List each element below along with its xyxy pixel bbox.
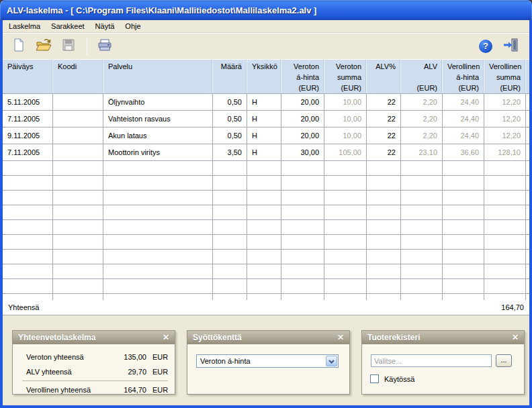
table-cell[interactable]: H: [247, 94, 281, 111]
empty-column: [484, 161, 526, 300]
table-cell: 36,60: [443, 144, 484, 161]
table-cell[interactable]: 0,50: [213, 94, 247, 111]
exit-door-icon: [502, 37, 519, 56]
table-cell[interactable]: 30,00: [281, 144, 324, 161]
summary-row-currency: EUR: [146, 353, 167, 361]
open-file-button[interactable]: [33, 36, 54, 56]
input-field-panel-title: Syöttökenttä: [193, 333, 242, 342]
summary-total-currency: EUR: [146, 386, 167, 394]
table-cell[interactable]: Vahteiston rasvaus: [103, 111, 213, 128]
empty-column: [401, 161, 443, 300]
bottom-area: Yhteenvetolaskelma ✕ Veroton yhteensä 13…: [3, 315, 529, 405]
print-button[interactable]: [94, 36, 116, 56]
product-register-panel-body: ... Käytössä: [362, 344, 524, 394]
new-document-button[interactable]: [8, 36, 30, 56]
table-cell[interactable]: Moottorin viritys: [103, 144, 213, 161]
in-use-checkbox[interactable]: [370, 374, 379, 383]
summary-panel: Yhteenvetolaskelma ✕ Veroton yhteensä 13…: [12, 330, 175, 395]
totals-value: 164,70: [501, 303, 524, 311]
empty-column: [3, 161, 53, 300]
product-register-panel-title: Tuoterekisteri: [367, 333, 420, 342]
column-header-veroton-a-hinta: Veroton á-hinta (EUR): [281, 60, 324, 93]
summary-total-label: Verollinen yhteensä: [26, 386, 112, 394]
table-cell: 12,20: [484, 94, 526, 111]
close-icon[interactable]: ✕: [511, 333, 520, 342]
menu-item-ohje[interactable]: Ohje: [120, 21, 146, 31]
toolbar-separator: [87, 38, 87, 55]
column-header-verollinen-a-hinta: Verollinen á-hinta (EUR): [443, 60, 484, 93]
empty-column: [281, 161, 324, 300]
table-cell[interactable]: 0,50: [213, 128, 247, 144]
table-cell[interactable]: 20,00: [281, 94, 324, 111]
table-cell[interactable]: 0,50: [213, 111, 247, 128]
column-header-alv-pct: ALV%: [367, 60, 401, 93]
combobox-arrow-button[interactable]: [326, 356, 337, 366]
table-cell[interactable]: [53, 94, 103, 111]
table-cell: 2,20: [401, 111, 443, 128]
table-cell[interactable]: 22: [367, 144, 401, 161]
table-cell: 105,00: [324, 144, 367, 161]
table-cell-filler: [526, 111, 529, 128]
empty-column: [53, 161, 103, 300]
window-title: ALV-laskelma - [ C:\Program Files\Klaani…: [7, 5, 316, 15]
column-header-maara: Määrä: [213, 60, 247, 93]
table-cell[interactable]: 22: [367, 128, 401, 144]
summary-panel-titlebar[interactable]: Yhteenvetolaskelma ✕: [13, 331, 175, 344]
help-button[interactable]: ?: [475, 36, 496, 56]
column-header-paivays: Päiväys: [3, 60, 53, 93]
app-window: ALV-laskelma - [ C:\Program Files\Klaani…: [0, 0, 532, 408]
close-icon[interactable]: ✕: [161, 333, 171, 342]
input-field-panel-body: Veroton á-hinta: [187, 344, 349, 394]
menu-item-nayta[interactable]: Näytä: [90, 21, 120, 31]
table-cell[interactable]: Akun lataus: [103, 128, 213, 144]
table-cell: 24,40: [443, 94, 484, 111]
toolbar: ?: [3, 32, 529, 59]
table-cell[interactable]: 9.11.2005: [3, 128, 53, 144]
column-header-filler: [526, 60, 529, 93]
input-field-panel: Syöttökenttä ✕ Veroton á-hinta: [187, 330, 350, 395]
table-row: 5.11.2005 Öljynvaihto 0,50 H 20,00 10,00…: [3, 94, 529, 111]
table-cell[interactable]: 20,00: [281, 111, 324, 128]
menu-item-sarakkeet[interactable]: Sarakkeet: [46, 21, 90, 31]
input-field-combobox[interactable]: Veroton á-hinta: [196, 354, 339, 368]
open-folder-icon: [36, 38, 52, 55]
in-use-checkbox-label: Käytössä: [384, 375, 414, 383]
table-cell[interactable]: H: [247, 111, 281, 128]
table-cell[interactable]: Öljynvaihto: [103, 94, 213, 111]
table-cell[interactable]: [53, 144, 103, 161]
close-icon[interactable]: ✕: [336, 333, 345, 342]
summary-panel-body: Veroton yhteensä 135,00 EUR ALV yhteensä…: [13, 350, 175, 399]
table-cell[interactable]: 3,50: [213, 144, 247, 161]
table-cell: 12,20: [484, 128, 526, 144]
table-cell[interactable]: 22: [367, 94, 401, 111]
table-cell[interactable]: [53, 128, 103, 144]
summary-panel-title: Yhteenvetolaskelma: [18, 333, 95, 342]
table-cell: 10,00: [324, 111, 367, 128]
save-button: [58, 36, 79, 56]
table-cell[interactable]: 20,00: [281, 128, 324, 144]
title-bar[interactable]: ALV-laskelma - [ C:\Program Files\Klaani…: [0, 0, 532, 20]
checkbox-row: Käytössä: [370, 374, 414, 383]
help-icon: ?: [479, 40, 492, 53]
table-cell[interactable]: [53, 111, 103, 128]
table-cell[interactable]: 5.11.2005: [3, 94, 53, 111]
table-cell: 2,20: [401, 128, 443, 144]
menu-item-laskelma[interactable]: Laskelma: [3, 21, 46, 31]
input-field-panel-titlebar[interactable]: Syöttökenttä ✕: [187, 331, 349, 344]
table-cell[interactable]: H: [247, 144, 281, 161]
table-cell[interactable]: H: [247, 128, 281, 144]
summary-row-currency: EUR: [146, 368, 167, 376]
product-register-panel-titlebar[interactable]: Tuoterekisteri ✕: [362, 331, 524, 344]
column-header-verollinen-summa: Verollinen summa (EUR): [484, 60, 526, 93]
table-cell[interactable]: 7.11.2005: [3, 111, 53, 128]
browse-button[interactable]: ...: [496, 354, 512, 367]
summary-row-value: 29,70: [112, 368, 146, 376]
exit-button[interactable]: [500, 36, 521, 56]
table-row: 7.11.2005 Vahteiston rasvaus 0,50 H 20,0…: [3, 111, 529, 128]
table-cell[interactable]: 7.11.2005: [3, 144, 53, 161]
empty-table-rows[interactable]: [3, 161, 529, 300]
table-cell[interactable]: 22: [367, 111, 401, 128]
product-select-input[interactable]: [371, 354, 492, 367]
table-cell: 2,20: [401, 94, 443, 111]
summary-row-label: Veroton yhteensä: [26, 353, 112, 361]
